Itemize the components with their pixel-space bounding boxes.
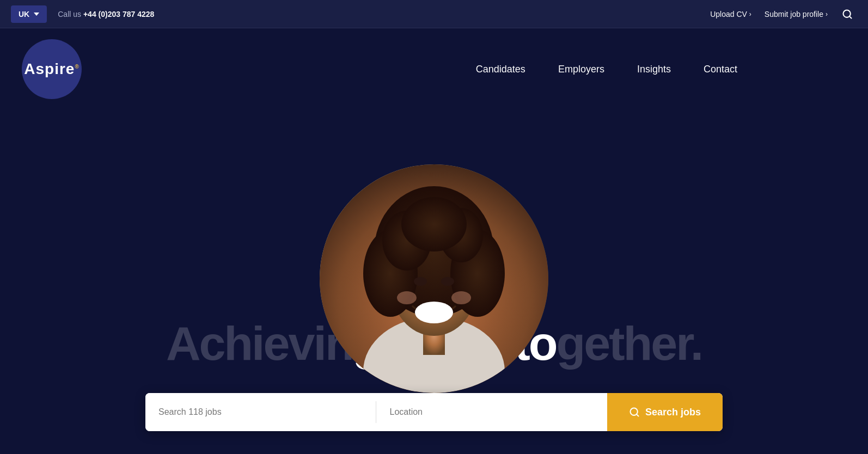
nav-contact[interactable]: Contact <box>704 64 737 75</box>
search-location-input[interactable] <box>376 393 607 431</box>
phone-number: +44 (0)203 787 4228 <box>83 10 154 19</box>
arrow-right-icon-2: › <box>826 10 828 18</box>
call-text: Call us +44 (0)203 787 4228 <box>58 10 154 19</box>
top-search-button[interactable] <box>838 4 857 24</box>
svg-point-12 <box>401 197 467 251</box>
svg-point-13 <box>414 277 427 286</box>
svg-point-14 <box>441 277 454 286</box>
search-icon <box>629 407 640 418</box>
nav-insights[interactable]: Insights <box>637 64 671 75</box>
nav-candidates[interactable]: Candidates <box>476 64 525 75</box>
arrow-right-icon: › <box>749 10 751 18</box>
submit-job-profile-link[interactable]: Submit job profile › <box>765 10 828 19</box>
svg-line-1 <box>849 16 852 18</box>
logo[interactable]: Aspire® <box>22 39 82 99</box>
nav-links: Candidates Employers Insights Contact <box>476 64 737 75</box>
top-bar: UK Call us +44 (0)203 787 4228 Upload CV… <box>0 0 868 28</box>
upload-cv-link[interactable]: Upload CV › <box>710 10 751 19</box>
search-jobs-input[interactable] <box>145 393 376 431</box>
search-button-label: Search jobs <box>645 407 701 418</box>
logo-text: Aspire® <box>24 60 80 78</box>
svg-line-19 <box>637 414 639 416</box>
hero-image <box>320 164 548 393</box>
svg-point-15 <box>415 302 453 323</box>
hero-section: Achieving more together. <box>0 110 868 415</box>
tagline-part3: gether. <box>557 316 702 370</box>
top-bar-right: Upload CV › Submit job profile › <box>710 4 857 24</box>
chevron-down-icon <box>34 13 39 16</box>
nav-employers[interactable]: Employers <box>558 64 604 75</box>
svg-point-17 <box>451 291 471 304</box>
svg-point-16 <box>397 291 417 304</box>
top-bar-left: UK Call us +44 (0)203 787 4228 <box>11 5 154 23</box>
person-illustration <box>320 164 548 393</box>
search-bar: Search jobs <box>145 393 723 431</box>
logo-superscript: ® <box>75 64 79 70</box>
country-label: UK <box>19 10 29 19</box>
search-jobs-button[interactable]: Search jobs <box>607 393 723 431</box>
country-selector[interactable]: UK <box>11 5 47 23</box>
tagline-part1: Achievin <box>166 316 353 370</box>
search-icon <box>842 9 853 20</box>
main-nav: Aspire® Candidates Employers Insights Co… <box>0 28 868 110</box>
